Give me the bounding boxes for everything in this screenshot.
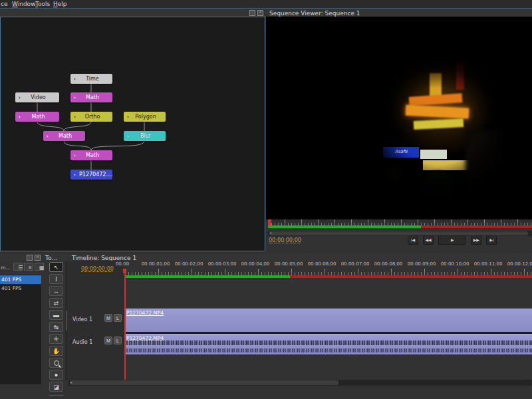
project-search-label[interactable]: m... xyxy=(1,265,10,271)
node-math-4[interactable]: › Math xyxy=(70,150,112,160)
node-polygon[interactable]: › Polygon xyxy=(124,112,166,122)
node-panel-titlebar: ◦ ✕ xyxy=(0,9,266,17)
ruler-label: 00:00:09;00 xyxy=(408,261,436,267)
node-expand-icon[interactable]: › xyxy=(70,153,79,158)
scroll-left-arrow-icon[interactable]: ◂ xyxy=(70,380,72,384)
timeline-ruler[interactable]: 00;00 00:00:01;00 00:00:02;00 00:00:03;0… xyxy=(125,261,532,279)
node-media-p1270472[interactable]: › P1270472.... xyxy=(70,170,112,180)
viewer-cache-cached xyxy=(268,225,421,228)
node-expand-icon[interactable]: › xyxy=(70,76,79,82)
project-media-list[interactable]: 401 FPS 401 FPS xyxy=(0,275,41,384)
node-label: Video xyxy=(24,94,59,100)
timeline-vertical-scrollbar-thumb[interactable] xyxy=(66,311,67,331)
node-label: Math xyxy=(79,94,112,100)
icon-view-button[interactable]: ▦ xyxy=(35,263,44,271)
timeline-scrollbar[interactable]: ◂ xyxy=(68,380,532,386)
ruler-label: 00:00:02;00 xyxy=(175,261,203,267)
ruler-label: 00;00 xyxy=(116,261,129,267)
video-lock-button[interactable]: L xyxy=(114,314,122,322)
menu-item-help[interactable]: Help xyxy=(53,1,67,7)
timeline-timecode[interactable]: 00:00:00;00 xyxy=(81,266,114,272)
close-panel-icon[interactable]: ✕ xyxy=(257,10,263,16)
node-label: Math xyxy=(52,133,85,139)
video-clip-label: P1270472.MP4 xyxy=(126,310,164,316)
ruler-label: 00:00:12;00 xyxy=(507,261,532,267)
timeline-track-headers: 00:00:00;00 Video 1 M L Audio 1 M L xyxy=(68,261,125,380)
transition-tool-button[interactable]: ◪ xyxy=(49,382,63,392)
viewer-timecode[interactable]: 00:00:00;00 xyxy=(269,237,301,243)
hand-tool-button[interactable]: ✋ xyxy=(49,346,63,356)
node-expand-icon[interactable]: › xyxy=(124,114,132,120)
audio-waveform xyxy=(125,340,532,345)
node-expand-icon[interactable]: › xyxy=(43,134,52,139)
tree-view-button[interactable]: ☰ xyxy=(13,263,23,271)
timeline-panel-titlebar: Timeline: Sequence 1 xyxy=(68,253,532,261)
ruler-label: 00:00:06;00 xyxy=(308,261,336,267)
audio-mute-button[interactable]: M xyxy=(104,336,112,344)
viewer-playhead[interactable] xyxy=(268,219,271,225)
slide-tool-button[interactable]: ✛ xyxy=(49,334,63,344)
zoom-tool-button[interactable] xyxy=(49,358,63,368)
node-expand-icon[interactable]: › xyxy=(15,114,24,120)
razor-tool-button[interactable]: ▬ xyxy=(49,310,63,320)
timeline-scrollbar-thumb[interactable] xyxy=(70,380,338,385)
menu-item-partial[interactable]: ce xyxy=(1,1,8,7)
media-list-item[interactable]: 401 FPS xyxy=(0,275,41,284)
node-expand-icon[interactable]: › xyxy=(15,95,24,100)
timeline-cache-cached xyxy=(125,275,290,278)
node-math-3[interactable]: › Math xyxy=(43,131,85,141)
timeline-playhead-line[interactable] xyxy=(124,269,126,380)
node-math-2[interactable]: › Math xyxy=(15,112,59,122)
node-ortho[interactable]: › Ortho xyxy=(70,112,112,122)
audio-lock-button[interactable]: L xyxy=(114,336,122,344)
node-label: Blur xyxy=(132,133,166,139)
rewind-button[interactable]: ◀◀ xyxy=(423,235,434,245)
timeline-playhead-flag[interactable] xyxy=(123,269,126,273)
tools-separator xyxy=(49,395,63,396)
project-panel-titlebar: ◦ ✕ xyxy=(0,253,41,261)
ruler-label: 00:00:08;00 xyxy=(374,261,403,267)
audio-clip[interactable]: P1270472.MP4 xyxy=(125,334,532,354)
node-expand-icon[interactable]: › xyxy=(124,134,132,139)
node-label: Math xyxy=(79,152,112,158)
timeline-vertical-scrollbar[interactable] xyxy=(65,261,68,380)
play-button[interactable]: ▶ xyxy=(438,235,466,245)
scroll-left-arrow-icon[interactable]: ◂ xyxy=(269,230,271,235)
node-label: Polygon xyxy=(132,114,166,120)
close-panel-icon[interactable]: ✕ xyxy=(35,255,41,261)
float-panel-icon[interactable]: ◦ xyxy=(27,255,33,261)
rolling-tool-button[interactable]: ⇄ xyxy=(49,298,63,308)
go-to-end-button[interactable]: ▶| xyxy=(486,235,497,245)
node-graph-panel[interactable]: › Time › Video › Math › Math › Ortho › P… xyxy=(0,17,265,251)
video-mute-button[interactable]: M xyxy=(104,314,112,322)
record-button[interactable]: ● xyxy=(49,370,63,380)
node-video[interactable]: › Video xyxy=(15,92,59,102)
slip-tool-button[interactable]: ↹ xyxy=(49,322,63,332)
video-track-label: Video 1 xyxy=(72,317,92,323)
tools-panel-titlebar: To... xyxy=(43,253,68,261)
video-clip[interactable]: P1270472.MP4 xyxy=(125,309,532,332)
fast-forward-button[interactable]: ▶▶ xyxy=(471,235,481,245)
ruler-label: 00:00:11;00 xyxy=(474,261,503,267)
float-panel-icon[interactable]: ◦ xyxy=(249,10,255,16)
viewer-video-area: Asahi xyxy=(266,17,532,219)
viewer-ruler[interactable] xyxy=(268,219,532,229)
go-to-start-button[interactable]: |◀ xyxy=(408,235,418,245)
node-label: Time xyxy=(79,76,112,82)
media-list-item[interactable]: 401 FPS xyxy=(0,284,41,293)
ruler-label: 00:00:03;00 xyxy=(208,261,237,267)
list-view-button[interactable]: ≡ xyxy=(24,263,33,271)
node-math-1[interactable]: › Math xyxy=(70,92,112,102)
node-blur[interactable]: › Blur xyxy=(124,131,166,141)
node-expand-icon[interactable]: › xyxy=(70,172,79,178)
edit-tool-button[interactable]: I xyxy=(49,274,63,284)
node-expand-icon[interactable]: › xyxy=(70,114,79,120)
audio-waveform xyxy=(125,348,532,352)
node-time[interactable]: › Time xyxy=(70,74,112,84)
menu-bar: ce Window Tools Help xyxy=(0,0,532,9)
menu-item-window[interactable]: Window xyxy=(12,1,36,7)
node-expand-icon[interactable]: › xyxy=(70,95,79,100)
menu-item-tools[interactable]: Tools xyxy=(35,1,50,7)
pointer-tool-button[interactable]: ↖ xyxy=(49,262,63,272)
ripple-tool-button[interactable]: ↔ xyxy=(49,286,63,296)
